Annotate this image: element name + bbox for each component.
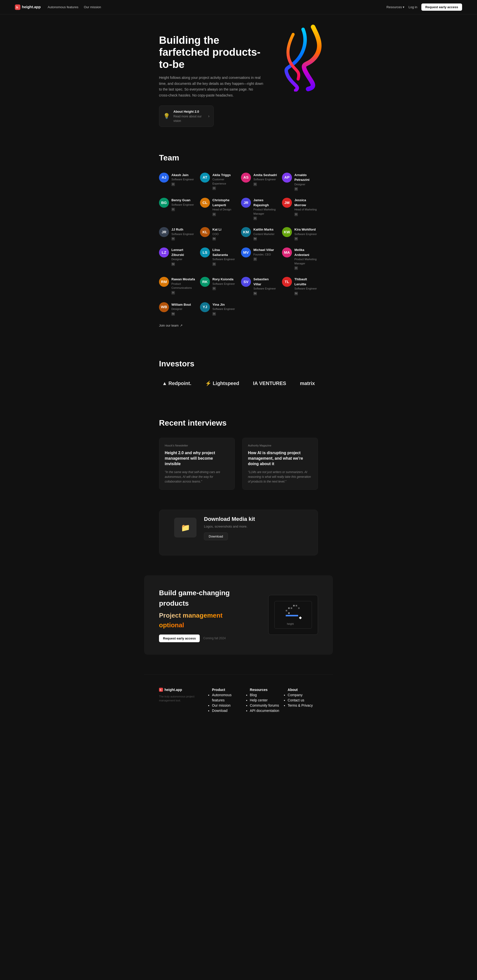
social-link-in[interactable]: in: [212, 287, 216, 290]
footer-link[interactable]: Download: [212, 709, 227, 713]
nav-login[interactable]: Log in: [409, 5, 417, 10]
interview-card[interactable]: Authority Magazine How AI is disrupting …: [242, 438, 318, 490]
team-member: YJ Yina Jin Software Engineer in: [200, 302, 236, 316]
avatar: AJ: [159, 173, 169, 183]
media-kit-section: 📁 Download Media kit Logos, screenshots …: [159, 510, 318, 555]
avatar: LZ: [159, 248, 169, 258]
nav-link-features[interactable]: Autonomous features: [48, 5, 79, 10]
avatar: JR: [241, 198, 251, 208]
member-name: James Rajasingh: [254, 198, 277, 207]
footer-link[interactable]: API documentation: [250, 709, 279, 713]
social-link-in[interactable]: in: [295, 213, 298, 216]
nav-resources[interactable]: Resources ▾: [387, 5, 405, 10]
member-social: in: [212, 213, 236, 216]
social-link-in[interactable]: in: [254, 258, 257, 261]
social-link-in[interactable]: in: [212, 186, 216, 190]
social-link-in[interactable]: in: [295, 237, 298, 240]
social-link-tw[interactable]: tw: [212, 237, 216, 240]
social-link-in[interactable]: in: [212, 262, 216, 266]
avatar: AT: [200, 173, 210, 183]
team-member: KW Kira Wohlford Software Engineer in: [282, 227, 318, 240]
social-link-in[interactable]: in: [295, 187, 298, 191]
nav-cta-button[interactable]: Request early access: [422, 3, 462, 11]
member-role: Designer: [171, 307, 191, 311]
member-role: Software Engineer: [295, 286, 318, 291]
join-team-link[interactable]: Join our team ↗: [159, 323, 318, 328]
member-name: Amita Seshadri: [254, 173, 277, 178]
footer: h height.app The truly autonomous projec…: [144, 675, 333, 728]
member-social: in: [295, 187, 318, 191]
social-link-in[interactable]: in: [171, 291, 175, 294]
social-link-in[interactable]: in: [254, 183, 257, 186]
team-member: MV Michael Villar Founder, CEO in: [241, 248, 277, 270]
social-link-in[interactable]: in: [212, 213, 216, 216]
svg-text:height: height: [287, 622, 294, 625]
social-link-in[interactable]: in: [171, 208, 175, 211]
social-link-in[interactable]: in: [171, 183, 175, 186]
team-member: LZ Lennart Ziburski Designer tw: [159, 248, 195, 270]
hero-graphic: [268, 22, 328, 92]
member-name: Thibault Leruitte: [295, 277, 318, 286]
social-link-tw[interactable]: tw: [254, 292, 257, 295]
footer-link[interactable]: Terms & Privacy: [288, 703, 313, 707]
social-link-in[interactable]: in: [171, 237, 175, 240]
social-link-tw[interactable]: tw: [295, 292, 298, 295]
footer-link[interactable]: Autonomous features: [212, 693, 231, 702]
avatar: MV: [241, 248, 251, 258]
team-member: AP Arnaldo Petrazzini Designer in: [282, 173, 318, 191]
interview-title: How AI is disrupting project management,…: [248, 450, 312, 467]
member-role: Content Marketer: [254, 232, 274, 236]
footer-link[interactable]: Our mission: [212, 703, 231, 707]
member-role: Software Engineer: [171, 177, 194, 181]
svg-text:h: h: [16, 5, 18, 9]
social-link-in[interactable]: in: [212, 312, 216, 316]
interview-card[interactable]: Houck's Newsletter Height 2.0 and why pr…: [159, 438, 235, 490]
member-name: Rory Ksionda: [212, 277, 235, 282]
cta-title: Build game-changing products: [159, 588, 258, 609]
cta-button[interactable]: Request early access: [159, 635, 200, 642]
avatar: RM: [159, 277, 169, 287]
svg-rect-7: [298, 608, 300, 609]
avatar: WB: [159, 302, 169, 312]
footer-link[interactable]: Company: [288, 693, 303, 697]
interviews-heading: Recent interviews: [159, 417, 318, 429]
team-heading: Team: [159, 152, 318, 164]
footer-link[interactable]: Help center: [250, 698, 268, 702]
member-name: Kira Wohlford: [295, 227, 317, 232]
footer-link[interactable]: Community forums: [250, 703, 279, 707]
cta-optional: optional: [159, 620, 258, 630]
footer-col-product: Product Autonomous featuresOur missionDo…: [212, 687, 242, 713]
footer-grid: h height.app The truly autonomous projec…: [159, 687, 318, 713]
about-card[interactable]: 💡 About Height 2.0 Read more about our v…: [159, 105, 214, 127]
hero-body: Height follows along your project activi…: [159, 75, 263, 99]
svg-rect-9: [288, 612, 290, 614]
member-name: Sebastien Villar: [254, 277, 277, 286]
social-link-tw[interactable]: tw: [254, 237, 257, 240]
media-kit-folder-icon: 📁: [174, 518, 197, 538]
svg-rect-8: [286, 610, 287, 611]
logo[interactable]: h height.app: [15, 4, 41, 10]
avatar: TL: [282, 277, 292, 287]
team-member: JM Jessica Morrow Head of Marketing in: [282, 198, 318, 220]
member-social: in: [171, 208, 194, 211]
member-social: tw: [212, 237, 221, 240]
team-member: RK Rory Ksionda Software Engineer in: [200, 277, 236, 295]
member-role: Software Engineer: [295, 232, 317, 236]
cta-app-graphic: height: [268, 595, 318, 635]
team-member: MA Melika Ardestani Product Marketing Ma…: [282, 248, 318, 270]
interview-quote: "In the same way that self-driving cars …: [165, 470, 229, 484]
nav-left: h height.app Autonomous features Our mis…: [15, 4, 101, 10]
social-link-in[interactable]: in: [254, 216, 257, 220]
social-link-tw[interactable]: tw: [171, 312, 175, 316]
team-member: LS Liisa Sailaranta Software Engineer in: [200, 248, 236, 270]
member-name: Christophe Lamperti: [212, 198, 236, 207]
footer-link[interactable]: Blog: [250, 693, 257, 697]
download-button[interactable]: Download: [204, 533, 228, 540]
nav-link-mission[interactable]: Our mission: [84, 5, 101, 10]
social-link-in[interactable]: in: [295, 266, 298, 270]
about-card-arrow: ›: [208, 113, 209, 119]
footer-link[interactable]: Contact us: [288, 698, 304, 702]
member-role: Head of Marketing: [295, 207, 318, 212]
member-role: Software Engineer: [212, 282, 235, 286]
social-link-tw[interactable]: tw: [171, 262, 175, 266]
